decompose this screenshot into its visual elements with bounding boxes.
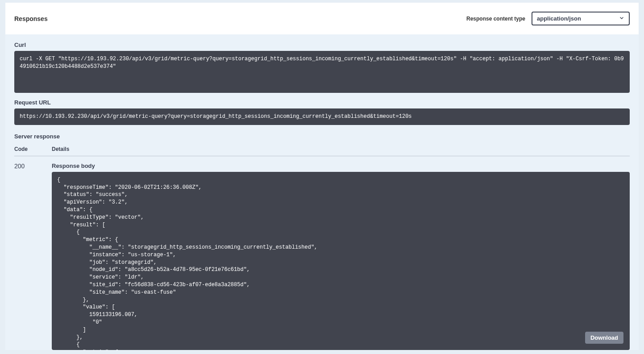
content-type-label: Response content type (466, 16, 525, 22)
server-response-label: Server response (14, 133, 630, 140)
download-button[interactable]: Download (585, 332, 623, 344)
response-code: 200 (14, 162, 52, 350)
code-column-header: Code (14, 146, 52, 152)
request-url-value[interactable]: https://10.193.92.230/api/v3/grid/metric… (14, 108, 630, 125)
response-body-label: Response body (52, 162, 630, 169)
chevron-down-icon (619, 15, 624, 22)
response-row: 200 Response body { "responseTime": "202… (14, 156, 630, 350)
response-table-head: Code Details (14, 142, 630, 156)
curl-label: Curl (14, 42, 630, 48)
content-type-select[interactable]: application/json (532, 12, 630, 25)
request-url-label: Request URL (14, 99, 630, 106)
content-type-value: application/json (537, 15, 581, 22)
response-body[interactable]: { "responseTime": "2020-06-02T21:26:36.0… (52, 172, 630, 350)
details-column-header: Details (52, 146, 69, 152)
curl-command[interactable]: curl -X GET "https://10.193.92.230/api/v… (14, 51, 630, 93)
responses-heading: Responses (14, 15, 48, 22)
